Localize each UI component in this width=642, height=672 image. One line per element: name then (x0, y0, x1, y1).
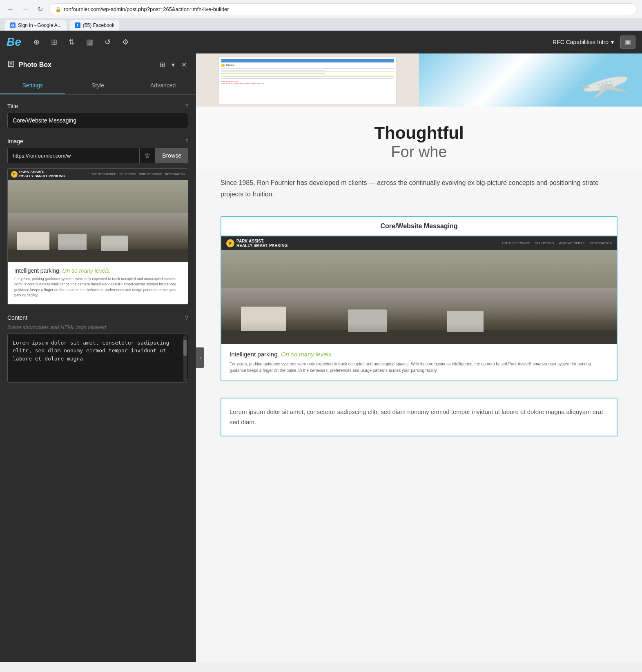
image-browse-button[interactable]: Browse (155, 148, 188, 163)
content-hint: Some shortcodes and HTML tags allowed (7, 324, 188, 330)
ppa-car-2 (348, 309, 387, 332)
browser-chrome: ← → ↻ 🔒 ronfournier.com/wp-admin/post.ph… (0, 0, 642, 31)
image-help-icon[interactable]: ? (185, 138, 188, 145)
ppa-parking-garage (221, 250, 617, 344)
title-field-group: Title ? (7, 103, 188, 128)
back-button[interactable]: ← (5, 4, 16, 15)
image-delete-button[interactable]: 🗑 (139, 148, 155, 163)
main-content: 🖼 Photo Box ⊞ ▾ ✕ Settings Style Advance… (0, 53, 642, 662)
pa-nav-link-3: WHO WE SERVE (139, 173, 162, 176)
tab-facebook[interactable]: f (55) Facebook (70, 20, 119, 31)
collapse-handle[interactable]: ‹ (196, 347, 204, 368)
tab-google[interactable]: G Sign in - Google A... (5, 20, 67, 31)
ppa-headline-highlight: On so many levels. (281, 351, 333, 358)
browser-tabs: G Sign in - Google A... f (55) Facebook (0, 18, 642, 31)
title-field-label: Title ? (7, 103, 188, 109)
preview-doc-image: ClearAir marshallface@lca.com CONTACTS A… (196, 53, 419, 107)
doc-text-line-3 (221, 71, 394, 72)
preview-photo-box: Core/Website Messaging P PARK ASSIST. RE… (221, 216, 617, 381)
pa-nav-link-2: SOLUTIONS (119, 173, 136, 176)
monitor-button[interactable]: ▣ (620, 36, 635, 49)
doc-text-line-1 (221, 68, 394, 69)
panel-dropdown-button[interactable]: ▾ (170, 59, 176, 70)
pa-headline: Intelligent parking. On so many levels. (14, 267, 181, 274)
ppa-nav-link-2: SOLUTIONS (535, 241, 554, 245)
doc-text-line-4 (221, 73, 325, 74)
tab-settings[interactable]: Settings (0, 76, 65, 94)
lock-icon: 🔒 (55, 7, 61, 12)
pa-nav-links: THE DIFFERENCE SOLUTIONS WHO WE SERVE IN… (91, 173, 185, 176)
content-field-group: Content ? Some shortcodes and HTML tags … (7, 314, 188, 384)
grid-icon[interactable]: ⊞ (49, 35, 60, 49)
ppa-nav-links: THE DIFFERENCE SOLUTIONS WHO WE SERVE IN… (502, 241, 612, 245)
right-panel: ‹ ClearAir (196, 53, 642, 662)
ppa-content: Intelligent parking. On so many levels. … (221, 344, 617, 381)
doc-logo-circle (221, 64, 225, 67)
google-favicon: G (10, 22, 16, 28)
pa-nav-link-4: INTEGRATION (165, 173, 185, 176)
plus-circle-icon[interactable]: ⊕ (31, 35, 42, 49)
content-field-label: Content ? (7, 314, 188, 321)
ppa-logo-circle: P (226, 239, 234, 247)
pa-parking-image (8, 180, 188, 262)
doc-logo-area: ClearAir (221, 64, 394, 67)
app-toolbar: Be ⊕ ⊞ ⇅ ▦ ↺ ⚙ RFC Capabilities Intro ▾ … (0, 31, 642, 53)
preview-hero-subtitle: For whe (221, 143, 617, 161)
image-url-input[interactable] (7, 148, 139, 163)
preview-top-images: ClearAir marshallface@lca.com CONTACTS A… (196, 53, 642, 107)
forward-button[interactable]: → (20, 4, 31, 15)
pa-body-text: For years, parking guidance systems were… (14, 276, 181, 298)
toolbar-title: RFC Capabilities Intro ▾ (553, 39, 614, 45)
car-1 (17, 232, 49, 250)
url-text: ronfournier.com/wp-admin/post.php?post=2… (64, 6, 229, 12)
panel-title: Photo Box (19, 61, 154, 69)
doc-text-line-6 (221, 78, 394, 79)
pa-nav: P PARK ASSIST. REALLY SMART PARKING THE … (8, 169, 188, 180)
preview-text-block: Since 1985, Ron Fournier has developed m… (196, 169, 642, 207)
ppa-logo-text: PARK ASSIST. REALLY SMART PARKING (236, 239, 288, 248)
ppa-body-text: For years, parking guidance systems were… (230, 361, 609, 374)
preview-photo-title: Core/Website Messaging (221, 217, 617, 236)
preview-content: ClearAir marshallface@lca.com CONTACTS A… (196, 53, 642, 436)
be-logo: Be (7, 36, 21, 49)
textarea-scrollbar[interactable] (183, 335, 187, 383)
layout-icon[interactable]: ▦ (84, 35, 96, 49)
left-panel: 🖼 Photo Box ⊞ ▾ ✕ Settings Style Advance… (0, 53, 196, 662)
history-icon[interactable]: ↺ (102, 35, 113, 49)
pa-headline-highlight: On so many levels. (62, 267, 111, 274)
panel-close-button[interactable]: ✕ (180, 59, 188, 70)
doc-text-line-2 (221, 70, 325, 71)
content-help-icon[interactable]: ? (185, 314, 188, 321)
image-field-row: 🗑 Browse (7, 148, 188, 163)
doc-footer-2: CONTACTS ARE FROM. APPOINTMENTS ARE BETT… (221, 82, 394, 85)
sort-icon[interactable]: ⇅ (66, 35, 77, 49)
panel-body: Title ? Image ? 🗑 Browse (0, 95, 196, 662)
doc-text-line-5 (221, 76, 394, 77)
image-field-group: Image ? 🗑 Browse P (7, 138, 188, 305)
doc-highlight (221, 75, 394, 76)
doc-mock: ClearAir marshallface@lca.com CONTACTS A… (218, 56, 397, 104)
ppa-nav-link-1: THE DIFFERENCE (502, 241, 530, 245)
address-bar[interactable]: 🔒 ronfournier.com/wp-admin/post.php?post… (49, 3, 637, 15)
tab-style[interactable]: Style (65, 76, 131, 94)
title-help-icon[interactable]: ? (185, 103, 188, 109)
content-textarea[interactable] (7, 334, 188, 383)
image-field-label: Image ? (7, 138, 188, 145)
panel-tabs: Settings Style Advanced (0, 76, 196, 95)
panel-layout-button[interactable]: ⊞ (158, 59, 167, 70)
pa-nav-link-1: THE DIFFERENCE (91, 173, 116, 176)
textarea-wrapper (7, 334, 188, 384)
ppa-logo-area: P PARK ASSIST. REALLY SMART PARKING (226, 239, 288, 248)
doc-header-bar (221, 59, 394, 62)
gear-icon[interactable]: ⚙ (120, 35, 131, 49)
pa-logo-circle: P (11, 171, 18, 178)
tab-advanced[interactable]: Advanced (130, 76, 196, 94)
title-input[interactable] (7, 113, 188, 128)
car-3 (101, 236, 128, 251)
preview-hero-title: Thoughtful (221, 123, 617, 143)
parking-floor (8, 249, 188, 262)
parking-ceiling (8, 180, 188, 213)
ppa-headline: Intelligent parking. On so many levels. (230, 351, 609, 358)
reload-button[interactable]: ↻ (34, 4, 46, 15)
ppa-parking-image (221, 250, 617, 344)
